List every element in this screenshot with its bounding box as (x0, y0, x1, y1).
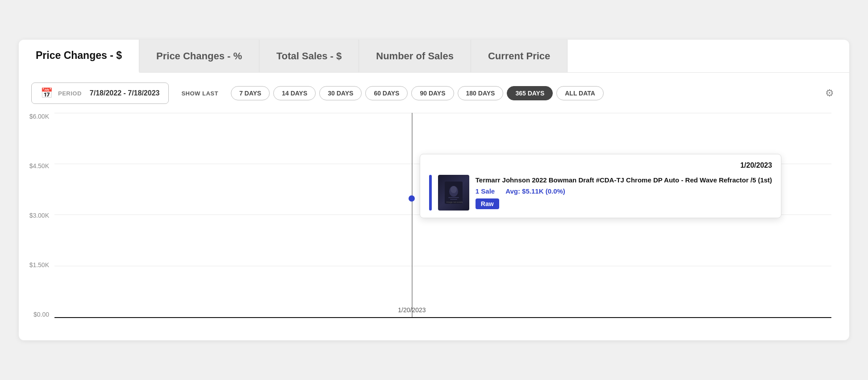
svg-rect-3 (448, 197, 459, 198)
y-axis: $0.00 $1.50K $3.00K $4.50K $6.00K (19, 113, 54, 318)
time-btn-alldata[interactable]: ALL DATA (556, 86, 604, 100)
y-label-1: $1.50K (19, 261, 54, 268)
tooltip-img-placeholder: image not available (438, 175, 469, 211)
show-last-label: SHOW LAST (181, 90, 218, 97)
svg-text:image not available: image not available (447, 201, 463, 203)
tooltip-info: Termarr Johnson 2022 Bowman Draft #CDA-T… (476, 176, 772, 209)
time-btn-60days[interactable]: 60 DAYS (365, 86, 408, 100)
chart-inner: 1/20/2023 image not available (54, 113, 831, 318)
tooltip-title: Termarr Johnson 2022 Bowman Draft #CDA-T… (476, 176, 772, 184)
tooltip-avg-price: Avg: $5.11K (0.0%) (505, 187, 565, 195)
controls-row: 📅 PERIOD 7/18/2022 - 7/18/2023 SHOW LAST… (19, 73, 849, 108)
settings-gear-icon[interactable]: ⚙ (822, 85, 837, 102)
period-selector[interactable]: 📅 PERIOD 7/18/2022 - 7/18/2023 (31, 83, 169, 104)
y-label-3: $4.50K (19, 162, 54, 169)
data-point-dot (409, 195, 415, 202)
calendar-icon: 📅 (41, 87, 53, 99)
svg-point-2 (451, 186, 457, 193)
time-btn-7days[interactable]: 7 DAYS (231, 86, 270, 100)
y-label-4: $6.00K (19, 113, 54, 120)
chart-tooltip: 1/20/2023 image not available (420, 154, 781, 218)
period-label-text: PERIOD (58, 90, 82, 97)
time-btn-30days[interactable]: 30 DAYS (319, 86, 362, 100)
tooltip-accent-bar (429, 175, 432, 211)
time-buttons-group: 7 DAYS 14 DAYS 30 DAYS 60 DAYS 90 DAYS 1… (231, 86, 604, 100)
time-btn-180days[interactable]: 180 DAYS (458, 86, 504, 100)
y-label-2: $3.00K (19, 212, 54, 219)
x-axis-label: 1/20/2023 (398, 306, 426, 314)
tab-price-changes-dollar[interactable]: Price Changes - $ (19, 40, 139, 73)
tooltip-date: 1/20/2023 (429, 161, 772, 169)
grid-line-4 (54, 113, 831, 113)
tab-current-price[interactable]: Current Price (471, 40, 568, 72)
time-btn-365days[interactable]: 365 DAYS (507, 86, 553, 100)
tab-price-changes-percent[interactable]: Price Changes - % (139, 40, 259, 72)
y-label-0: $0.00 (19, 311, 54, 318)
tooltip-stats-row: 1 Sale Avg: $5.11K (0.0%) (476, 187, 772, 195)
tab-number-of-sales[interactable]: Number of Sales (359, 40, 471, 72)
tab-total-sales-dollar[interactable]: Total Sales - $ (259, 40, 359, 72)
tab-bar: Price Changes - $ Price Changes - % Tota… (19, 40, 849, 73)
main-card: Price Changes - $ Price Changes - % Tota… (19, 40, 849, 340)
tooltip-card-image: image not available (438, 175, 469, 211)
grid-line-1 (54, 266, 831, 266)
svg-rect-4 (450, 199, 457, 200)
chart-area: $0.00 $1.50K $3.00K $4.50K $6.00K 1/20/2… (19, 108, 849, 340)
tooltip-condition-badge: Raw (476, 195, 772, 209)
period-value-text: 7/18/2022 - 7/18/2023 (90, 89, 160, 97)
time-btn-14days[interactable]: 14 DAYS (273, 86, 316, 100)
time-btn-90days[interactable]: 90 DAYS (411, 86, 454, 100)
tooltip-badge-text: Raw (476, 198, 499, 209)
tooltip-sales-count: 1 Sale (476, 187, 495, 195)
tooltip-body: image not available Termarr Johnson 2022… (429, 175, 772, 211)
data-vertical-line (412, 113, 413, 317)
